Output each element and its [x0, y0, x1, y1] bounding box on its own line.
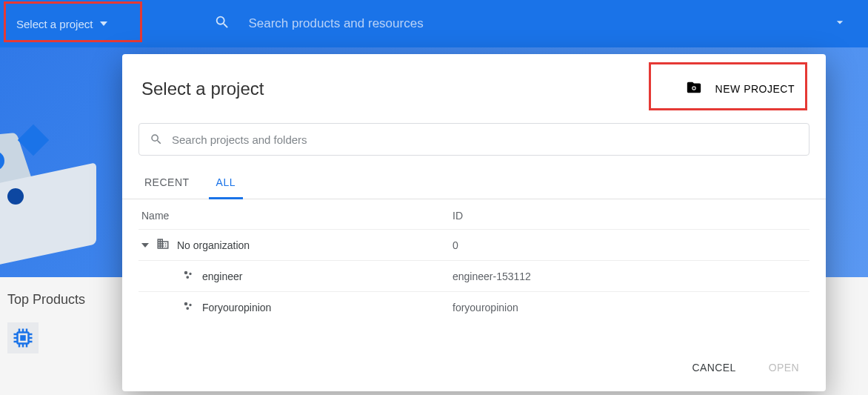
- compute-engine-icon[interactable]: [7, 322, 39, 353]
- new-folder-icon: [686, 79, 702, 98]
- tab-all[interactable]: ALL: [213, 169, 238, 199]
- modal-title: Select a project: [141, 79, 264, 99]
- expand-toggle-icon[interactable]: [141, 243, 149, 248]
- project-selector-label: Select a project: [16, 18, 93, 30]
- row-id: 0: [453, 239, 807, 251]
- row-name: Foryouropinion: [202, 302, 271, 313]
- table-row[interactable]: engineer engineer-153112: [138, 260, 809, 291]
- svg-point-16: [189, 273, 191, 275]
- search-icon: [150, 133, 163, 146]
- project-icon: [181, 268, 195, 284]
- tab-recent[interactable]: RECENT: [141, 169, 193, 199]
- row-id: engineer-153112: [453, 270, 807, 282]
- project-picker-modal: Select a project NEW PROJECT Search proj…: [122, 54, 826, 391]
- project-selector-dropdown[interactable]: Select a project: [6, 12, 118, 36]
- chevron-down-icon: [100, 21, 107, 26]
- modal-tabs: RECENT ALL: [122, 162, 826, 199]
- project-search-input[interactable]: Search projects and folders: [138, 123, 809, 156]
- modal-header: Select a project NEW PROJECT: [122, 54, 826, 113]
- global-search-placeholder: Search products and resources: [248, 16, 423, 31]
- hero-illustration: [0, 122, 126, 270]
- svg-rect-1: [20, 335, 26, 341]
- svg-point-17: [186, 276, 189, 279]
- table-row[interactable]: Foryouropinion foryouropinion: [138, 291, 809, 322]
- svg-point-20: [186, 307, 189, 310]
- row-id: foryouropinion: [453, 302, 807, 313]
- col-name: Name: [141, 210, 453, 222]
- modal-footer: CANCEL OPEN: [122, 344, 826, 391]
- row-name: No organization: [177, 239, 250, 251]
- svg-point-19: [189, 304, 191, 306]
- organization-icon: [156, 237, 170, 253]
- open-button[interactable]: OPEN: [763, 357, 805, 378]
- table-row[interactable]: No organization 0: [138, 229, 809, 260]
- svg-point-15: [184, 271, 188, 275]
- svg-point-14: [692, 86, 696, 90]
- project-table: Name ID No organization 0 engineer engin…: [122, 199, 826, 322]
- new-project-label: NEW PROJECT: [715, 83, 795, 95]
- svg-point-18: [184, 302, 188, 306]
- global-search[interactable]: Search products and resources: [214, 14, 832, 33]
- row-name: engineer: [202, 270, 243, 282]
- search-icon: [214, 14, 230, 33]
- col-id: ID: [453, 210, 807, 222]
- new-project-button[interactable]: NEW PROJECT: [674, 72, 807, 105]
- project-icon: [181, 299, 195, 315]
- table-header: Name ID: [138, 199, 809, 229]
- cancel-button[interactable]: CANCEL: [687, 357, 742, 378]
- project-search-placeholder: Search projects and folders: [172, 133, 307, 146]
- topbar-expand-chevron-icon[interactable]: [832, 15, 847, 33]
- top-bar: Select a project Search products and res…: [0, 0, 868, 47]
